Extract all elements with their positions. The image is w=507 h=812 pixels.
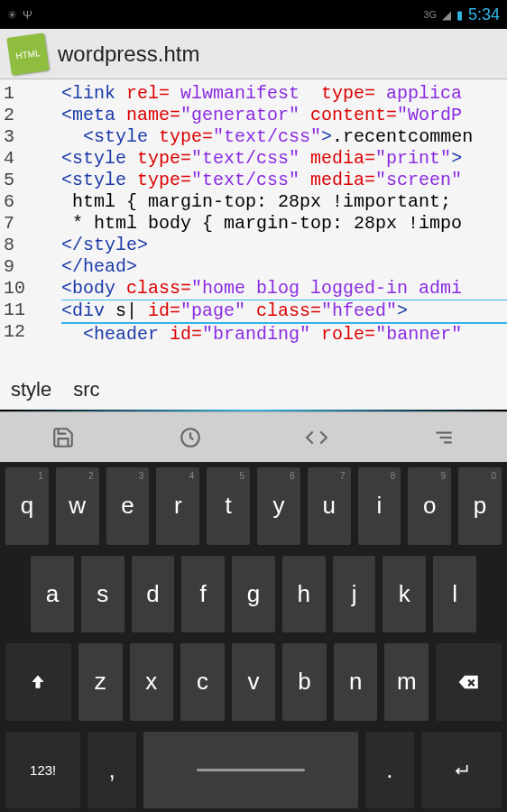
key-p[interactable]: 0p <box>458 467 502 545</box>
save-button[interactable] <box>0 412 127 462</box>
status-bar: ✳ Ψ 3G ◢ ▮ 5:34 <box>0 0 507 29</box>
history-button[interactable] <box>127 412 254 462</box>
suggestion-item[interactable]: style <box>11 378 51 401</box>
title-bar: HTML wordpress.htm <box>0 29 507 79</box>
key-g[interactable]: g <box>232 556 275 633</box>
code-icon <box>305 426 328 449</box>
key-period[interactable]: . <box>365 732 414 809</box>
key-u[interactable]: 7u <box>308 467 351 545</box>
key-row-2: asdfghjkl <box>0 550 507 639</box>
line-gutter: 123456789101112 <box>0 79 36 370</box>
key-space[interactable] <box>143 732 358 809</box>
key-l[interactable]: l <box>433 556 476 633</box>
key-k[interactable]: k <box>383 556 426 633</box>
network-icon: 3G <box>423 9 437 20</box>
history-icon <box>179 426 202 449</box>
key-e[interactable]: 3e <box>106 467 150 545</box>
key-r[interactable]: 4r <box>156 467 199 545</box>
key-comma[interactable]: , <box>88 732 136 809</box>
key-s[interactable]: s <box>81 556 124 633</box>
soft-keyboard: 1q2w3e4r5t6y7u8i9o0p asdfghjkl zxcvbnm 1… <box>0 462 507 812</box>
key-a[interactable]: a <box>31 556 74 633</box>
save-icon <box>51 426 75 449</box>
key-y[interactable]: 6y <box>257 467 300 545</box>
code-editor[interactable]: 123456789101112 <link rel= wlwmanifest t… <box>0 79 507 370</box>
enter-icon <box>450 761 472 779</box>
shift-icon <box>29 673 47 691</box>
key-h[interactable]: h <box>282 556 326 633</box>
key-b[interactable]: b <box>282 643 327 721</box>
key-w[interactable]: 2w <box>56 467 99 545</box>
key-z[interactable]: z <box>78 643 123 721</box>
key-row-3: zxcvbnm <box>0 638 507 726</box>
key-o[interactable]: 9o <box>408 467 451 545</box>
app-icon[interactable]: HTML <box>6 32 49 75</box>
key-enter[interactable] <box>421 732 502 809</box>
file-title: wordpress.htm <box>58 42 199 67</box>
toolbar <box>0 411 507 462</box>
key-q[interactable]: 1q <box>5 467 49 545</box>
autocomplete-bar: stylesrc <box>0 370 507 410</box>
key-symbols[interactable]: 123! <box>5 732 80 809</box>
key-f[interactable]: f <box>181 556 225 633</box>
key-t[interactable]: 5t <box>207 467 250 545</box>
key-j[interactable]: j <box>333 556 376 633</box>
key-m[interactable]: m <box>384 643 429 721</box>
key-backspace[interactable] <box>436 643 502 721</box>
key-v[interactable]: v <box>232 643 276 721</box>
key-row-4: 123!,. <box>0 726 507 813</box>
key-i[interactable]: 8i <box>358 467 401 545</box>
key-x[interactable]: x <box>130 643 174 721</box>
backspace-icon <box>457 673 481 691</box>
menu-icon <box>432 426 456 449</box>
key-d[interactable]: d <box>132 556 175 633</box>
clock-text: 5:34 <box>468 5 500 24</box>
code-button[interactable] <box>254 412 381 462</box>
suggestion-item[interactable]: src <box>73 378 99 401</box>
key-n[interactable]: n <box>334 643 378 721</box>
menu-button[interactable] <box>381 412 508 462</box>
key-shift[interactable] <box>5 643 71 721</box>
key-c[interactable]: c <box>180 643 225 721</box>
debug-icon: ✳ <box>7 8 17 22</box>
battery-icon: ▮ <box>456 8 463 22</box>
signal-icon: ◢ <box>442 8 451 22</box>
usb-icon: Ψ <box>23 8 32 22</box>
code-content[interactable]: <link rel= wlwmanifest type= applica<met… <box>36 79 507 370</box>
key-row-1: 1q2w3e4r5t6y7u8i9o0p <box>0 462 507 550</box>
